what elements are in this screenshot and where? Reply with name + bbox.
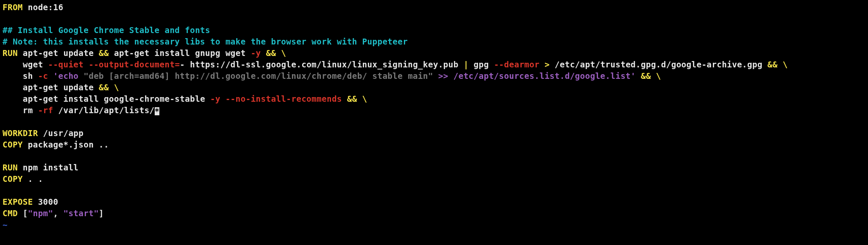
flag-c: -c <box>38 71 48 81</box>
flag-quiet: --quiet <box>48 60 84 70</box>
comment-line-2: # Note: this installs the necessary libs… <box>3 37 408 47</box>
line-cont: \ <box>651 71 661 81</box>
op-amp: && <box>347 94 357 104</box>
sh-dquote: "deb [arch=amd64] http://dl.google.com/l… <box>83 71 433 81</box>
run1-b: apt-get install gnupg wget <box>109 48 251 58</box>
sh-redir: >> /etc/apt/sources.list.d/google.list <box>433 71 631 81</box>
indent <box>3 71 23 81</box>
sh-cmd: sh <box>23 71 38 81</box>
line-cont: \ <box>357 94 367 104</box>
sp <box>18 209 23 218</box>
line-cont: \ <box>276 48 286 58</box>
line-cont: \ <box>109 83 119 92</box>
cmd-start: "start" <box>63 209 99 218</box>
kw-run-1: RUN <box>3 48 18 58</box>
rm-cmd: rm <box>23 106 38 115</box>
comma: , <box>53 209 64 218</box>
rm-path: /var/lib/apt/lists/ <box>53 106 155 115</box>
line-cont: \ <box>778 60 788 70</box>
wget-cmd: wget <box>23 60 48 70</box>
redir-gt: > <box>540 60 555 70</box>
op-amp: && <box>768 60 778 70</box>
gpg-cmd: gpg <box>469 60 494 70</box>
kw-copy-1: COPY <box>3 140 23 150</box>
kw-from: FROM <box>3 3 23 12</box>
workdir-value: /usr/app <box>38 128 84 138</box>
sp <box>636 71 641 81</box>
kw-expose: EXPOSE <box>3 197 33 207</box>
sh-echo: echo <box>58 71 83 81</box>
cursor: * <box>155 107 160 115</box>
expose-value: 3000 <box>33 197 58 207</box>
indent <box>3 83 23 92</box>
bracket-close: ] <box>99 209 104 218</box>
bracket-open: [ <box>23 209 28 218</box>
cmd-npm: "npm" <box>28 209 53 218</box>
flag-dearmor: --dearmor <box>494 60 540 70</box>
run1-a: apt-get update <box>18 48 99 58</box>
op-amp: && <box>99 83 109 92</box>
indent <box>3 60 23 70</box>
op-amp: && <box>641 71 651 81</box>
run2-value: npm install <box>18 163 78 173</box>
apt-update: apt-get update <box>23 83 99 92</box>
flag-y-2: -y <box>210 94 220 104</box>
flag-output-document: --output-document= <box>89 60 180 70</box>
flag-no-install-recommends: --no-install-recommends <box>225 94 342 104</box>
sq-close: ' <box>631 71 636 81</box>
comment-line-1: ## Install Google Chrome Stable and font… <box>3 25 210 35</box>
copy2-value: . . <box>23 174 43 184</box>
apt-install-chrome: apt-get install google-chrome-stable <box>23 94 210 104</box>
indent <box>3 94 23 104</box>
flag-rf: -rf <box>38 106 53 115</box>
kw-run-2: RUN <box>3 163 18 173</box>
sp <box>83 60 89 70</box>
wget-rest: - https://dl-ssl.google.com/linux/linux_… <box>180 60 463 70</box>
sp <box>220 94 225 104</box>
sp <box>342 94 347 104</box>
pipe: | <box>464 60 469 70</box>
sp <box>261 48 266 58</box>
kw-workdir: WORKDIR <box>3 128 38 138</box>
vim-tilde: ~ <box>3 220 8 230</box>
op-amp: && <box>99 48 109 58</box>
indent <box>3 106 23 115</box>
from-value: node:16 <box>23 3 64 12</box>
gpg-path: /etc/apt/trusted.gpg.d/google-archive.gp… <box>555 60 768 70</box>
kw-cmd: CMD <box>3 209 18 218</box>
sq-open: ' <box>48 71 58 81</box>
kw-copy-2: COPY <box>3 174 23 184</box>
copy1-value: package*.json .. <box>23 140 109 150</box>
dockerfile-code[interactable]: FROM node:16 ## Install Google Chrome St… <box>0 0 868 232</box>
op-amp: && <box>266 48 276 58</box>
flag-y-1: -y <box>251 48 261 58</box>
